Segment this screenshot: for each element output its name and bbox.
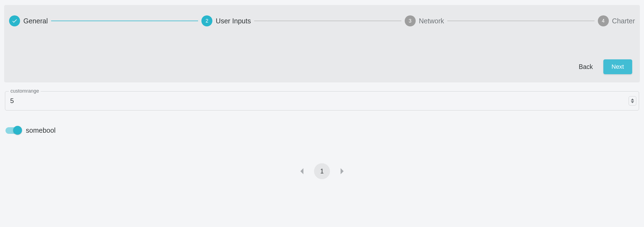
number-stepper[interactable] xyxy=(629,96,636,106)
next-page-button[interactable] xyxy=(338,167,347,176)
page-number-1[interactable]: 1 xyxy=(314,163,330,179)
chevron-left-icon xyxy=(300,168,304,174)
stepper: General 2 User Inputs 3 Network 4 Charte… xyxy=(9,15,635,26)
next-button[interactable]: Next xyxy=(603,59,632,74)
stepper-connector xyxy=(447,21,594,21)
step-label-user-inputs: User Inputs xyxy=(216,17,251,25)
customrange-input[interactable] xyxy=(5,91,639,110)
step-charter[interactable]: 4 Charter xyxy=(598,15,635,26)
chevron-right-icon xyxy=(340,168,344,174)
pagination: 1 xyxy=(0,163,644,179)
chevron-down-icon xyxy=(631,101,634,104)
somebool-row: somebool xyxy=(5,126,644,134)
step-network[interactable]: 3 Network xyxy=(405,15,444,26)
back-button[interactable]: Back xyxy=(574,60,597,73)
step-label-charter: Charter xyxy=(612,17,635,25)
step-number-icon: 2 xyxy=(201,15,212,26)
customrange-field: customrange xyxy=(5,91,639,110)
stepper-connector xyxy=(254,21,401,21)
somebool-label: somebool xyxy=(26,126,55,134)
field-label-customrange: customrange xyxy=(9,88,41,94)
step-number-icon: 4 xyxy=(598,15,609,26)
prev-page-button[interactable] xyxy=(297,167,306,176)
wizard-panel: General 2 User Inputs 3 Network 4 Charte… xyxy=(4,5,640,82)
step-number-icon: 3 xyxy=(405,15,416,26)
chevron-up-icon xyxy=(631,98,634,101)
check-icon xyxy=(9,15,20,26)
step-label-network: Network xyxy=(419,17,444,25)
toggle-thumb xyxy=(13,126,22,135)
wizard-nav: Back Next xyxy=(9,59,635,74)
step-general[interactable]: General xyxy=(9,15,48,26)
step-label-general: General xyxy=(23,17,48,25)
stepper-connector xyxy=(51,21,198,21)
somebool-toggle[interactable] xyxy=(5,127,20,134)
step-user-inputs[interactable]: 2 User Inputs xyxy=(201,15,251,26)
